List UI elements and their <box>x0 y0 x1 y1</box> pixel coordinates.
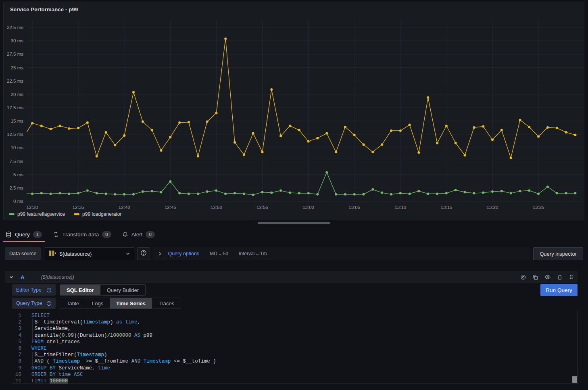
sql-line: $__timeFilter(Timestamp) <box>31 352 571 358</box>
svg-text:12:35: 12:35 <box>73 205 84 210</box>
svg-text:20 ms: 20 ms <box>11 92 24 97</box>
clickhouse-icon <box>49 250 56 257</box>
chevron-right-icon <box>158 252 162 256</box>
svg-text:13:05: 13:05 <box>348 205 360 210</box>
query-row-actions <box>520 274 573 280</box>
copy-icon[interactable] <box>532 274 538 280</box>
svg-text:7.5 ms: 7.5 ms <box>9 159 23 164</box>
tab-count-badge: 0 <box>102 231 111 238</box>
panel-title[interactable]: Service Performance - p99 <box>10 6 78 13</box>
bell-icon <box>122 231 128 238</box>
trash-icon[interactable] <box>557 274 563 280</box>
query-options-collapse[interactable]: Query options MD = 50 Interval = 1m <box>153 247 530 260</box>
segment-traces[interactable]: Traces <box>152 298 181 309</box>
svg-text:2.5 ms: 2.5 ms <box>9 186 23 190</box>
sql-line: GROUP BY ServiceName, time <box>31 365 571 371</box>
sql-line: LIMIT 100000 <box>31 378 571 384</box>
svg-text:12:55: 12:55 <box>256 205 268 210</box>
segment-query-builder[interactable]: Query Builder <box>100 285 145 295</box>
editor-type-row: Editor Type SQL Editor Query Builder <box>12 284 146 296</box>
transform-icon <box>53 231 59 238</box>
legend-label: p99 featureflagservice <box>17 211 65 217</box>
editor-type-segmented: SQL Editor Query Builder <box>60 284 146 296</box>
record-icon[interactable] <box>520 274 526 280</box>
svg-text:17.5 ms: 17.5 ms <box>7 105 23 110</box>
segment-sql-editor[interactable]: SQL Editor <box>60 285 100 295</box>
sql-line: AND ( Timestamp >= $__fromTime AND Times… <box>31 358 571 365</box>
query-type-label: Query Type <box>16 300 42 306</box>
query-options-link[interactable]: Query options <box>168 251 199 257</box>
segment-logs[interactable]: Logs <box>85 298 110 309</box>
sql-line: SELECT <box>31 313 571 319</box>
svg-text:0 ms: 0 ms <box>13 199 23 204</box>
chevron-down-icon <box>125 251 130 256</box>
question-circle-icon <box>140 250 147 258</box>
svg-text:13:10: 13:10 <box>394 205 406 210</box>
legend-item-featureflagservice[interactable]: p99 featureflagservice <box>9 211 65 217</box>
svg-text:15 ms: 15 ms <box>11 119 24 123</box>
svg-text:12.5 ms: 12.5 ms <box>7 132 23 137</box>
svg-text:25 ms: 25 ms <box>11 65 24 70</box>
tab-label: Transform data <box>62 231 99 238</box>
segment-time-series[interactable]: Time Series <box>110 298 152 309</box>
tab-alert[interactable]: Alert 0 <box>119 227 158 242</box>
tab-label: Alert <box>131 231 143 238</box>
sql-line: ServiceName, <box>31 325 571 332</box>
legend-item-loadgenerator[interactable]: p99 loadgenerator <box>74 211 121 217</box>
tab-count-badge: 0 <box>146 231 154 238</box>
interval-value: Interval = 1m <box>239 251 267 257</box>
pane-resize-handle[interactable] <box>258 222 330 224</box>
svg-text:13:20: 13:20 <box>487 205 498 210</box>
legend-swatch-green <box>9 213 15 215</box>
svg-text:12:30: 12:30 <box>27 205 38 210</box>
editor-scrollbar-thumb[interactable] <box>572 376 577 383</box>
collapse-chevron-icon[interactable] <box>9 275 14 279</box>
editor-type-label: Editor Type <box>16 287 42 293</box>
query-datasource-hint: (${datasource}) <box>41 274 74 280</box>
eye-icon[interactable] <box>544 274 551 280</box>
svg-text:12:40: 12:40 <box>119 205 130 210</box>
query-type-chip: Query Type <box>12 298 56 309</box>
editor-type-chip: Editor Type <box>12 284 56 296</box>
tab-bar: Query 1 Transform data 0 A <box>0 227 588 242</box>
query-type-row: Query Type Table Logs Time Series Traces <box>12 298 181 309</box>
panel-edit-page: Service Performance - p99 0 ms2.5 ms5 ms… <box>0 0 588 390</box>
query-row-header: A (${datasource}) <box>5 271 578 283</box>
line-number-gutter: 1234567891011 <box>12 313 21 384</box>
svg-text:30 ms: 30 ms <box>11 38 24 43</box>
segment-table[interactable]: Table <box>60 298 85 309</box>
legend-swatch-yellow <box>74 213 79 215</box>
sql-code-editor[interactable]: 1234567891011 SELECT $__timeInterval(Tim… <box>12 311 578 384</box>
tab-query[interactable]: Query 1 <box>3 227 45 242</box>
database-icon <box>6 231 12 238</box>
query-inspector-button[interactable]: Query inspector <box>533 247 583 260</box>
chart-legend: p99 featureflagservice p99 loadgenerator <box>9 211 122 217</box>
run-query-button[interactable]: Run Query <box>540 284 578 296</box>
tab-count-badge: 1 <box>33 231 42 238</box>
svg-text:32.5 ms: 32.5 ms <box>7 25 23 30</box>
query-type-segmented: Table Logs Time Series Traces <box>60 298 181 309</box>
sql-line: ORDER BY time ASC <box>31 371 571 378</box>
svg-text:13:15: 13:15 <box>441 205 452 210</box>
svg-text:13:25: 13:25 <box>533 205 544 210</box>
tab-label: Query <box>15 231 30 238</box>
svg-text:10 ms: 10 ms <box>11 145 24 150</box>
svg-text:5 ms: 5 ms <box>13 172 23 177</box>
svg-text:22.5 ms: 22.5 ms <box>7 79 23 83</box>
sql-line: $__timeInterval(Timestamp) as time, <box>31 319 571 325</box>
max-data-points-value: MD = 50 <box>210 251 228 257</box>
legend-label: p99 loadgenerator <box>82 211 121 217</box>
tab-transform-data[interactable]: Transform data 0 <box>50 227 114 242</box>
info-circle-icon[interactable] <box>46 288 52 293</box>
info-circle-icon[interactable] <box>46 301 52 306</box>
drag-handle-icon[interactable] <box>569 274 573 280</box>
data-source-picker[interactable]: ${datasource} <box>45 247 134 260</box>
datasource-help-button[interactable] <box>137 247 150 260</box>
sql-line: quantile(0.99)(Duration)/1000000 AS p99 <box>31 332 571 339</box>
svg-text:27.5 ms: 27.5 ms <box>7 52 23 56</box>
data-source-label: Data source <box>5 247 41 260</box>
chart-svg: 0 ms2.5 ms5 ms7.5 ms10 ms12.5 ms15 ms17.… <box>4 2 584 220</box>
svg-text:13:00: 13:00 <box>302 205 314 210</box>
sql-line: WHERE <box>31 345 571 352</box>
svg-text:12:45: 12:45 <box>165 205 176 210</box>
